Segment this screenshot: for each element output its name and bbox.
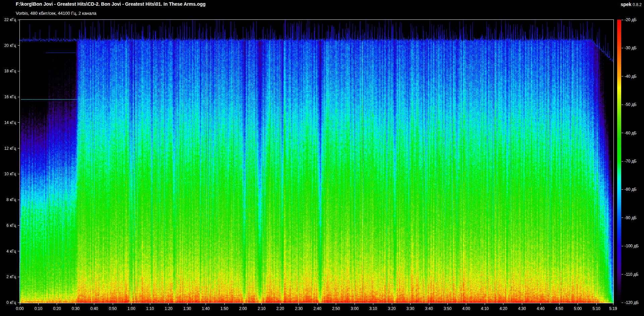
time-tick-label: 0:30	[68, 306, 83, 311]
time-tick-label: 0:40	[87, 306, 102, 311]
db-tick-label: -100 дБ	[625, 244, 639, 248]
db-tick-label: -40 дБ	[625, 74, 637, 79]
time-tick-label: 2:30	[291, 306, 306, 311]
time-tick-label: 5:10	[589, 306, 604, 311]
time-tick-label: 1:20	[161, 306, 176, 311]
time-tick	[373, 303, 373, 305]
frequency-tick-label: 2 кГц	[0, 274, 16, 279]
db-tick-label: -60 дБ	[625, 131, 637, 135]
app-name: spek	[621, 2, 631, 7]
time-tick	[522, 303, 522, 305]
frequency-tick	[18, 148, 19, 148]
time-tick-label: 2:00	[235, 306, 250, 311]
db-tick	[622, 76, 623, 76]
time-tick	[75, 303, 76, 305]
spectrogram-frame	[19, 19, 614, 303]
app-brand: spek0.8.2	[621, 1, 642, 7]
frequency-tick-label: 12 кГц	[0, 146, 16, 151]
frequency-tick-label: 20 кГц	[0, 43, 16, 48]
frequency-tick-label: 0 кГц	[0, 300, 16, 305]
time-tick	[187, 303, 187, 305]
frequency-tick	[18, 251, 19, 251]
frequency-tick	[18, 97, 19, 97]
time-tick-label: 3:30	[403, 306, 418, 311]
db-tick-label: -20 дБ	[625, 17, 637, 22]
time-tick	[559, 303, 559, 305]
time-tick-label: 2:10	[254, 306, 269, 311]
time-tick	[261, 303, 262, 305]
db-tick-label: -120 дБ	[625, 300, 639, 305]
time-tick-label: 0:50	[105, 306, 120, 311]
frequency-tick-label: 22 кГц	[0, 17, 16, 22]
time-tick-label: 3:10	[366, 306, 381, 311]
time-tick-label: 3:20	[384, 306, 399, 311]
time-tick	[168, 303, 169, 305]
time-tick	[243, 303, 243, 305]
db-tick-label: -110 дБ	[625, 272, 638, 277]
db-tick	[622, 246, 623, 246]
time-tick-label: 5:19	[606, 306, 621, 311]
colorbar-gradient	[617, 20, 621, 303]
time-tick	[94, 303, 94, 305]
db-tick-label: -80 дБ	[625, 187, 637, 192]
frequency-tick	[18, 225, 19, 226]
frequency-tick-label: 18 кГц	[0, 69, 16, 73]
time-tick-label: 2:40	[310, 306, 325, 311]
time-tick-label: 5:00	[571, 306, 585, 311]
time-tick	[299, 303, 299, 305]
time-tick-label: 1:10	[143, 306, 157, 311]
time-tick-label: 3:50	[440, 306, 455, 311]
db-tick	[622, 217, 623, 218]
db-tick	[622, 133, 623, 133]
db-tick-label: -30 дБ	[625, 46, 637, 50]
time-tick	[206, 303, 206, 305]
frequency-tick	[18, 277, 19, 277]
time-tick	[336, 303, 336, 305]
time-tick-label: 4:40	[533, 306, 548, 311]
time-tick-label: 4:20	[496, 306, 511, 311]
spectrogram-canvas	[20, 20, 613, 303]
time-tick-label: 1:50	[217, 306, 232, 311]
time-tick	[224, 303, 225, 305]
db-tick	[622, 303, 623, 303]
time-tick-label: 0:00	[12, 306, 27, 311]
time-tick	[131, 303, 131, 305]
frequency-tick	[18, 20, 19, 20]
frequency-tick-label: 8 кГц	[0, 197, 16, 202]
time-tick-label: 1:40	[199, 306, 213, 311]
time-tick-label: 2:50	[329, 306, 343, 311]
time-tick-label: 0:10	[31, 306, 46, 311]
frequency-tick-label: 6 кГц	[0, 223, 16, 228]
db-tick	[622, 48, 623, 48]
time-tick	[317, 303, 318, 305]
frequency-tick	[18, 174, 19, 174]
time-tick-label: 4:50	[552, 306, 567, 311]
time-tick-label: 4:10	[477, 306, 492, 311]
time-tick-label: 4:00	[459, 306, 474, 311]
db-tick	[622, 189, 623, 190]
db-tick	[622, 161, 623, 162]
frequency-tick	[18, 122, 19, 123]
db-tick	[622, 105, 623, 105]
time-tick	[355, 303, 355, 305]
time-tick	[392, 303, 392, 305]
frequency-tick	[18, 71, 19, 71]
time-tick-label: 4:30	[515, 306, 529, 311]
time-tick	[578, 303, 578, 305]
time-tick	[410, 303, 411, 305]
time-tick	[503, 303, 503, 305]
frequency-tick	[18, 200, 19, 200]
time-tick	[485, 303, 485, 305]
time-tick	[57, 303, 57, 305]
stream-info: Vorbis, 480 кбит/сек, 44100 Гц, 2 канала	[16, 11, 96, 16]
time-tick	[113, 303, 113, 305]
frequency-tick	[18, 45, 19, 46]
db-tick	[622, 20, 623, 20]
db-tick-label: -70 дБ	[625, 159, 637, 164]
frequency-tick	[18, 303, 19, 303]
time-tick	[613, 303, 613, 305]
time-tick	[540, 303, 541, 305]
time-tick-label: 2:20	[273, 306, 287, 311]
frequency-tick-label: 10 кГц	[0, 172, 16, 176]
time-tick-label: 1:00	[124, 306, 139, 311]
